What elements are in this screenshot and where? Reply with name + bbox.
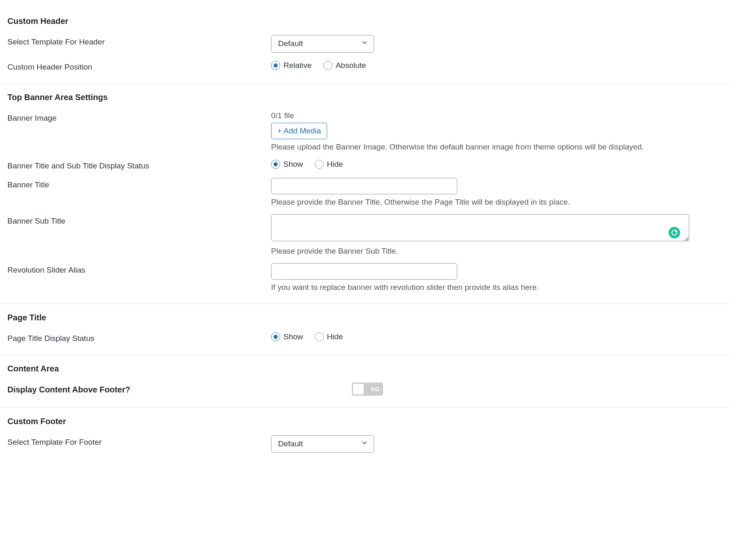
label-footer-template: Select Template For Footer xyxy=(7,435,271,447)
add-media-button[interactable]: + Add Media xyxy=(271,123,327,139)
radio-label: Show xyxy=(283,332,303,341)
section-title-page-title: Page Title xyxy=(0,304,730,326)
label-display-above-footer: Display Content Above Footer? xyxy=(7,383,352,394)
radio-banner-display-hide[interactable]: Hide xyxy=(315,160,343,169)
footer-template-select[interactable]: Default xyxy=(271,435,374,453)
label-header-position: Custom Header Position xyxy=(7,60,271,72)
section-top-banner: Top Banner Area Settings Banner Image 0/… xyxy=(0,84,730,304)
radio-label: Hide xyxy=(327,160,343,169)
help-rev-slider-alias: If you want to replace banner with revol… xyxy=(271,283,723,292)
radio-icon xyxy=(315,332,324,341)
radio-label: Hide xyxy=(327,332,343,341)
banner-sub-title-wrap xyxy=(271,214,689,243)
banner-title-input[interactable] xyxy=(271,178,457,194)
page-title-display-radio-group: Show Hide xyxy=(271,331,723,341)
radio-page-title-show[interactable]: Show xyxy=(271,332,303,341)
header-template-select[interactable]: Default xyxy=(271,35,374,53)
settings-page: Custom Header Select Template For Header… xyxy=(0,0,730,481)
help-banner-sub-title: Please provide the Banner Sub Title. xyxy=(271,247,723,256)
radio-label: Show xyxy=(283,160,303,169)
radio-page-title-hide[interactable]: Hide xyxy=(315,332,343,341)
radio-header-position-absolute[interactable]: Absolute xyxy=(323,61,366,70)
banner-display-radio-group: Show Hide xyxy=(271,159,723,169)
label-page-title-display-status: Page Title Display Status xyxy=(7,331,271,343)
section-title-top-banner: Top Banner Area Settings xyxy=(0,84,730,105)
banner-sub-title-textarea[interactable] xyxy=(271,214,689,241)
section-title-content-area: Content Area xyxy=(0,355,730,377)
radio-icon xyxy=(323,61,332,70)
label-banner-sub-title: Banner Sub Title xyxy=(7,214,271,226)
section-custom-footer: Custom Footer Select Template For Footer… xyxy=(0,408,730,464)
label-banner-title: Banner Title xyxy=(7,178,271,189)
section-title-custom-footer: Custom Footer xyxy=(0,408,730,429)
label-banner-display-status: Banner Title and Sub Title Display Statu… xyxy=(7,159,271,170)
toggle-state: NO xyxy=(371,386,380,392)
footer-template-select-wrap: Default xyxy=(271,435,374,453)
radio-icon xyxy=(271,332,280,341)
label-header-template: Select Template For Header xyxy=(7,35,271,47)
radio-label: Absolute xyxy=(336,61,366,70)
header-template-select-wrap: Default xyxy=(271,35,374,53)
radio-icon xyxy=(271,160,280,169)
section-content-area: Content Area Display Content Above Foote… xyxy=(0,355,730,408)
section-custom-header: Custom Header Select Template For Header… xyxy=(0,7,730,84)
section-title-custom-header: Custom Header xyxy=(0,7,730,29)
header-position-radio-group: Relative Absolute xyxy=(271,60,723,70)
help-banner-image: Please upload the Banner Image. Otherwis… xyxy=(271,142,723,152)
radio-banner-display-show[interactable]: Show xyxy=(271,160,303,169)
rev-slider-alias-input[interactable] xyxy=(271,263,457,280)
radio-label: Relative xyxy=(283,61,312,70)
label-banner-image: Banner Image xyxy=(7,111,271,123)
radio-icon xyxy=(315,160,324,169)
radio-icon xyxy=(271,61,280,70)
radio-header-position-relative[interactable]: Relative xyxy=(271,61,312,70)
toggle-knob xyxy=(353,384,364,394)
help-banner-title: Please provide the Banner Title, Otherwi… xyxy=(271,198,723,207)
banner-image-file-count: 0/1 file xyxy=(271,111,723,120)
section-page-title: Page Title Page Title Display Status Sho… xyxy=(0,304,730,355)
display-above-footer-toggle[interactable]: NO xyxy=(352,383,383,396)
label-rev-slider-alias: Revolution Slider Alias xyxy=(7,263,271,275)
